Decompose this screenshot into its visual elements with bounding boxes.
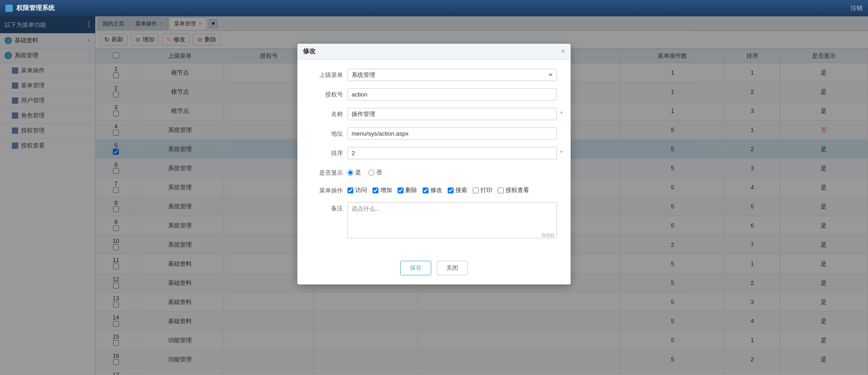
save-button[interactable]: 保存 [400,261,431,275]
modal-body: 上级菜单 系统管理 根节点 基础资料 功能管理 授权号 [297,60,571,256]
op-label-op-print[interactable]: 打印 [473,186,492,194]
visible-yes-label[interactable]: 是 [347,168,361,177]
op-checkbox-op-auth[interactable] [498,188,504,193]
url-label: 地址 [311,127,347,138]
modal-footer: 保存 关闭 [297,256,571,284]
sort-input[interactable] [347,147,557,159]
app-title: 权限管理系统 [16,4,55,12]
op-label-op-visit[interactable]: 访问 [347,186,367,194]
form-row-sort: 排序 * [311,147,557,159]
app-logo [5,5,13,12]
visible-no-radio[interactable] [368,170,374,176]
op-text-op-print: 打印 [480,186,492,194]
form-row-parent: 上级菜单 系统管理 根节点 基础资料 功能管理 [311,69,557,81]
op-checkbox-op-edit[interactable] [423,188,429,193]
parent-menu-select[interactable]: 系统管理 根节点 基础资料 功能管理 [347,69,557,81]
auth-input[interactable] [347,88,557,101]
parent-menu-label: 上级菜单 [311,69,347,79]
parent-menu-wrap: 系统管理 根节点 基础资料 功能管理 [347,69,557,81]
form-row-name: 名称 * [311,108,557,120]
remark-label: 备注 [311,202,347,213]
form-row-auth: 授权号 [311,88,557,101]
char-count: 0/200 [541,233,554,238]
visible-no-text: 否 [376,168,382,177]
visible-wrap: 是 否 [347,167,557,177]
op-label-op-auth[interactable]: 授权查看 [498,186,529,194]
form-row-ops: 菜单操作 访问增加删除修改搜索打印授权查看 [311,184,557,195]
op-text-op-edit: 修改 [430,186,442,194]
modal-overlay: 修改 × 上级菜单 系统管理 根节点 基础资料 功能管理 授权号 [0,16,868,375]
op-text-op-del: 删除 [405,186,417,194]
ops-wrap: 访问增加删除修改搜索打印授权查看 [347,184,557,194]
remark-textarea-wrap: 0/200 [347,202,557,240]
app-header: 权限管理系统 注销 [0,0,868,16]
header-left: 权限管理系统 [5,4,55,12]
op-checkbox-op-visit[interactable] [347,188,353,193]
sort-wrap: * [347,147,557,159]
op-text-op-auth: 授权查看 [505,186,529,194]
visible-yes-radio[interactable] [347,170,353,176]
name-wrap: * [347,108,557,120]
visible-yes-text: 是 [355,168,361,177]
url-wrap [347,127,557,140]
form-row-visible: 是否显示 是 否 [311,167,557,177]
op-checkbox-op-add[interactable] [373,188,378,193]
sort-label: 排序 [311,147,347,157]
sort-required: * [560,149,562,156]
auth-label: 授权号 [311,88,347,99]
name-label: 名称 [311,108,347,118]
op-label-op-add[interactable]: 增加 [373,186,392,194]
visible-radio-group: 是 否 [347,167,557,177]
op-checkbox-op-del[interactable] [398,188,403,193]
op-text-op-search: 搜索 [455,186,467,194]
op-label-op-search[interactable]: 搜索 [448,186,467,194]
form-row-url: 地址 [311,127,557,140]
remark-textarea[interactable] [347,202,557,238]
auth-wrap [347,88,557,101]
visible-label: 是否显示 [311,167,347,177]
modal-header: 修改 × [297,44,571,60]
name-input[interactable] [347,108,557,120]
op-text-op-visit: 访问 [355,186,367,194]
form-row-remark: 备注 0/200 [311,202,557,240]
ops-checkbox-group: 访问增加删除修改搜索打印授权查看 [347,184,557,194]
visible-no-label[interactable]: 否 [368,168,382,177]
ops-label: 菜单操作 [311,184,347,195]
op-label-op-edit[interactable]: 修改 [423,186,442,194]
op-checkbox-op-print[interactable] [473,188,479,193]
modal-close-btn[interactable]: × [561,47,565,56]
op-checkbox-op-search[interactable] [448,188,454,193]
op-label-op-del[interactable]: 删除 [398,186,417,194]
edit-modal: 修改 × 上级菜单 系统管理 根节点 基础资料 功能管理 授权号 [297,44,571,284]
url-input[interactable] [347,127,557,140]
op-text-op-add: 增加 [380,186,392,194]
name-required: * [560,110,562,117]
modal-title: 修改 [303,47,316,56]
logout-button[interactable]: 注销 [851,4,863,12]
close-button[interactable]: 关闭 [437,261,468,275]
remark-wrap: 0/200 [347,202,557,240]
